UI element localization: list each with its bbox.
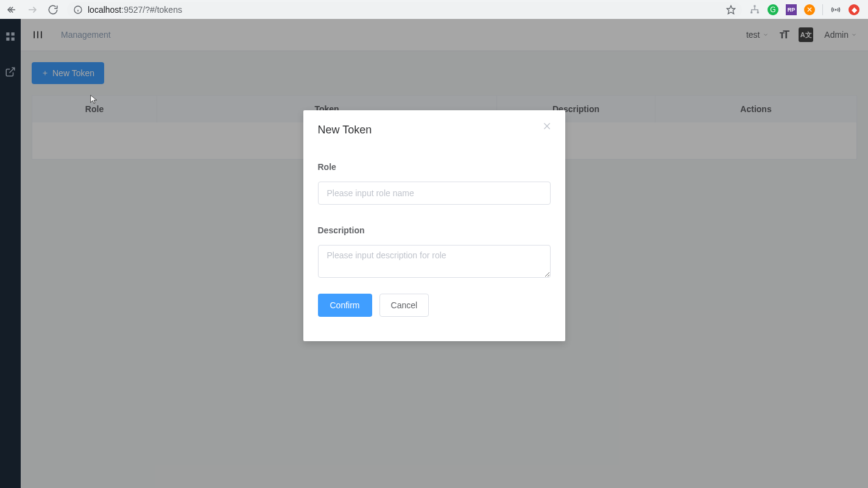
svg-marker-6 — [727, 5, 735, 13]
site-info-icon[interactable] — [73, 5, 83, 15]
svg-rect-9 — [757, 12, 759, 13]
extension-green-icon[interactable]: G — [767, 4, 778, 15]
star-icon[interactable] — [726, 5, 736, 15]
svg-point-10 — [835, 9, 836, 10]
forward-button[interactable] — [26, 3, 39, 16]
sitemap-icon[interactable] — [749, 4, 760, 15]
role-input[interactable] — [318, 182, 551, 205]
svg-rect-8 — [750, 12, 752, 13]
divider — [822, 4, 823, 15]
browser-toolbar: localhost:9527/?#/tokens G RP ✕ ◆ — [0, 0, 868, 19]
app-frame: Management test тT A文 Admin New Token — [0, 19, 868, 488]
browser-extensions: G RP ✕ ◆ — [749, 4, 863, 15]
role-label: Role — [318, 162, 551, 172]
extension-red-icon[interactable]: ◆ — [849, 4, 859, 15]
cancel-button[interactable]: Cancel — [379, 294, 429, 317]
broadcast-icon[interactable] — [830, 4, 841, 15]
new-token-dialog: New Token Role Description Confirm Cance… — [303, 110, 565, 341]
dialog-actions: Confirm Cancel — [318, 294, 551, 317]
svg-rect-7 — [754, 5, 756, 7]
back-button[interactable] — [5, 3, 18, 16]
extension-purple-icon[interactable]: RP — [786, 4, 797, 15]
close-icon — [542, 121, 552, 131]
reload-button[interactable] — [46, 3, 60, 16]
url-text: localhost:9527/?#/tokens — [88, 5, 182, 15]
dialog-title: New Token — [318, 124, 551, 136]
arrow-right-icon — [27, 4, 38, 15]
reload-icon — [48, 4, 58, 15]
description-textarea[interactable] — [318, 245, 551, 278]
extension-orange-icon[interactable]: ✕ — [804, 4, 815, 15]
confirm-button[interactable]: Confirm — [318, 294, 372, 317]
close-button[interactable] — [542, 121, 554, 133]
address-bar[interactable]: localhost:9527/?#/tokens — [67, 2, 742, 18]
description-label: Description — [318, 225, 551, 235]
